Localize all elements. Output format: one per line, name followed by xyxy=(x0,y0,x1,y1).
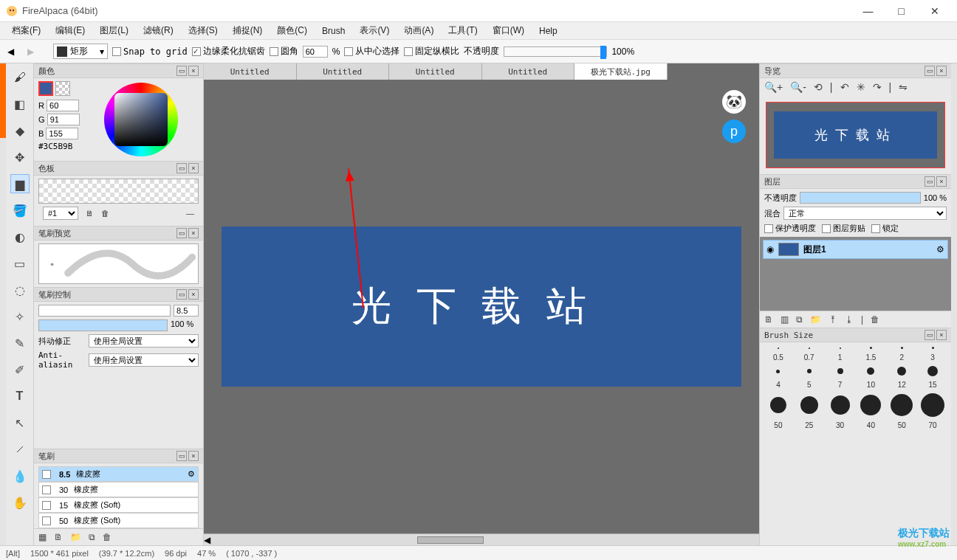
gear-icon[interactable]: ⚙ xyxy=(188,469,195,479)
layer-type-icon[interactable]: ▥ xyxy=(781,314,789,325)
tab[interactable]: Untitled xyxy=(204,63,297,80)
tab[interactable]: Untitled xyxy=(297,63,390,80)
rotate-cw-icon[interactable]: ↷ xyxy=(873,81,882,93)
blend-select[interactable]: 正常 xyxy=(783,207,947,220)
bg-color[interactable] xyxy=(55,81,70,96)
color-r[interactable] xyxy=(47,100,79,111)
layer-panel-header[interactable]: 图层▭× xyxy=(760,174,951,189)
round-value[interactable] xyxy=(303,46,328,58)
menu-brush[interactable]: Brush xyxy=(315,24,352,38)
brush-size-slider[interactable] xyxy=(38,305,171,317)
divide-tool[interactable]: ⟋ xyxy=(10,440,30,459)
menu-color[interactable]: 颜色(C) xyxy=(270,23,315,38)
rotate-ccw-icon[interactable]: ↶ xyxy=(840,81,849,93)
brush-menu-icon[interactable]: ▦ xyxy=(38,532,47,542)
fix-ratio-checkbox[interactable]: 固定纵横比 xyxy=(404,45,459,58)
fill-swatch[interactable] xyxy=(57,46,67,57)
layer-up-icon[interactable]: ⭱ xyxy=(829,314,837,325)
text-tool[interactable]: T xyxy=(10,387,30,406)
rotate-reset-icon[interactable]: ✳ xyxy=(857,81,865,93)
swatch-delete-icon[interactable]: 🗑 xyxy=(101,209,109,218)
selpen-tool[interactable]: ✎ xyxy=(10,333,30,353)
menu-window[interactable]: 窗口(W) xyxy=(485,23,532,38)
brush-opacity-slider[interactable] xyxy=(38,319,168,331)
clipping-checkbox[interactable]: 图层剪贴 xyxy=(822,223,865,234)
color-wheel[interactable] xyxy=(104,83,178,156)
shape-select[interactable]: 矩形 xyxy=(70,45,88,58)
menu-tool[interactable]: 工具(T) xyxy=(441,23,484,38)
zoom-in-icon[interactable]: 🔍+ xyxy=(764,81,783,93)
brushctrl-panel-header[interactable]: 笔刷控制▭× xyxy=(34,287,203,302)
tab[interactable]: Untitled xyxy=(389,63,482,80)
navigator-thumb[interactable]: 光下载站 xyxy=(766,102,945,168)
from-center-checkbox[interactable]: 从中心选择 xyxy=(344,45,399,58)
menu-anim[interactable]: 动画(A) xyxy=(397,23,441,38)
brush-folder-icon[interactable]: 📁 xyxy=(70,532,81,542)
canvas[interactable]: 光下载站 🐼 p xyxy=(204,80,759,533)
minimize-button[interactable]: — xyxy=(851,1,885,21)
gear-icon[interactable]: ⚙ xyxy=(936,244,944,255)
move-tool[interactable]: ✥ xyxy=(10,148,30,167)
fg-color[interactable] xyxy=(38,81,53,96)
nav-panel-header[interactable]: 导览▭× xyxy=(760,63,951,78)
opacity-slider[interactable] xyxy=(504,46,607,57)
menu-filter[interactable]: 滤镜(R) xyxy=(136,23,181,38)
brush-item[interactable]: 50橡皮擦 (Soft) xyxy=(38,513,199,528)
menu-view[interactable]: 表示(V) xyxy=(352,23,397,38)
brush-del-icon[interactable]: 🗑 xyxy=(103,532,112,542)
menu-snap[interactable]: 捕捉(N) xyxy=(225,23,270,38)
brush-tool[interactable]: 🖌 xyxy=(10,68,30,87)
swatch-new-icon[interactable]: 🗎 xyxy=(86,209,94,218)
eye-icon[interactable]: ◉ xyxy=(766,244,774,255)
tab-active[interactable]: 极光下载站.jpg xyxy=(574,63,668,80)
flip-icon[interactable]: ⇋ xyxy=(899,81,908,93)
close-button[interactable]: ✕ xyxy=(918,1,951,21)
bucket-tool[interactable]: 🪣 xyxy=(10,201,30,220)
brush-dup-icon[interactable]: ⧉ xyxy=(89,532,95,542)
brush-item[interactable]: 8.5橡皮擦⚙ xyxy=(38,466,199,482)
next-btn[interactable]: ▶ xyxy=(23,46,38,57)
dot-tool[interactable]: ◆ xyxy=(10,121,30,140)
brush-item[interactable]: 30橡皮擦 xyxy=(38,482,199,497)
eraser-tool[interactable]: ◧ xyxy=(10,94,30,114)
prev-btn[interactable]: ◀ xyxy=(3,46,18,57)
operation-tool[interactable]: ↖ xyxy=(10,413,30,432)
menu-help[interactable]: Help xyxy=(532,24,565,38)
swatch-preset[interactable]: #1 xyxy=(43,207,78,220)
pixiv-icon[interactable]: p xyxy=(722,120,746,143)
antialias-checkbox[interactable]: 边缘柔化抗锯齿 xyxy=(192,45,265,58)
swatch-grid[interactable] xyxy=(38,179,199,204)
layer-opacity-slider[interactable] xyxy=(800,192,921,204)
tab[interactable]: Untitled xyxy=(482,63,575,80)
layer-del-icon[interactable]: 🗑 xyxy=(871,314,879,325)
lock-checkbox[interactable]: 锁定 xyxy=(871,223,899,234)
zoom-fit-icon[interactable]: ⟲ xyxy=(814,81,823,93)
menu-layer[interactable]: 图层(L) xyxy=(92,23,136,38)
gradient-tool[interactable]: ◐ xyxy=(10,227,30,246)
wand-tool[interactable]: ✧ xyxy=(10,307,30,326)
selerase-tool[interactable]: ✐ xyxy=(10,360,30,379)
layer-dup-icon[interactable]: ⧉ xyxy=(796,314,803,325)
brush-size-value[interactable] xyxy=(174,305,199,317)
layer-new-icon[interactable]: 🗎 xyxy=(764,314,773,325)
brush-item[interactable]: 15橡皮擦 (Soft) xyxy=(38,497,199,513)
snap-checkbox[interactable]: Snap to grid xyxy=(112,46,188,57)
h-scrollbar[interactable]: ◀ xyxy=(204,533,759,545)
brush-new-icon[interactable]: 🗎 xyxy=(54,532,63,542)
eyedrop-tool[interactable]: 💧 xyxy=(10,466,30,485)
round-checkbox[interactable]: 圆角 xyxy=(270,45,298,58)
brush-list[interactable]: 8.5橡皮擦⚙ 30橡皮擦 15橡皮擦 (Soft) 50橡皮擦 (Soft) xyxy=(34,463,203,528)
menu-select[interactable]: 选择(S) xyxy=(181,23,225,38)
color-g[interactable] xyxy=(47,114,80,125)
lasso-tool[interactable]: ◌ xyxy=(10,280,30,300)
color-panel-header[interactable]: 颜色▭× xyxy=(34,63,203,78)
color-b[interactable] xyxy=(46,128,78,139)
maximize-button[interactable]: □ xyxy=(885,1,918,21)
menu-file[interactable]: 档案(F) xyxy=(4,23,48,38)
jitter-select[interactable]: 使用全局设置 xyxy=(89,334,199,348)
swatch-panel-header[interactable]: 色板▭× xyxy=(34,161,203,176)
fill-tool[interactable]: ▆ xyxy=(10,174,30,193)
aa-select[interactable]: 使用全局设置 xyxy=(89,353,199,367)
brush-panel-header[interactable]: 笔刷▭× xyxy=(34,449,203,463)
select-rect-tool[interactable]: ▭ xyxy=(10,254,30,273)
